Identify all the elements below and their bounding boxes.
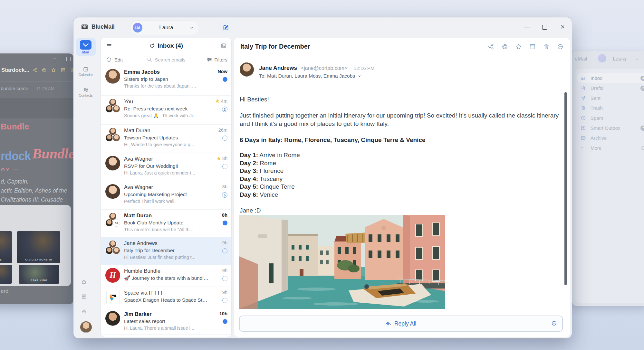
email-meta: 9h xyxy=(209,268,227,287)
email-subject: Latest sales report xyxy=(124,318,209,324)
email-text: Ava WagnerUpcoming Marketing ProjectPerf… xyxy=(124,184,209,209)
folder-item-drafts[interactable]: Drafts2 xyxy=(577,83,644,93)
email-preview: Hi Laura, There’s a small issue i... xyxy=(124,326,209,331)
edit-button[interactable]: Edit xyxy=(106,57,123,62)
unread-dot[interactable] xyxy=(223,77,227,82)
game-thumbnail: STAR KING xyxy=(19,265,59,284)
email-time: 9h xyxy=(209,240,227,245)
sidebar-item-contacts[interactable]: Contacts xyxy=(76,87,96,97)
minimize-icon[interactable]: – xyxy=(53,54,56,61)
maximize-button[interactable] xyxy=(542,25,547,30)
folder-item-spam[interactable]: Spam xyxy=(577,113,644,123)
email-list-item[interactable]: Ava WagnerUpcoming Marketing ProjectPerf… xyxy=(101,181,231,210)
user-avatar[interactable] xyxy=(80,321,92,333)
folder-label: Inbox xyxy=(591,75,602,81)
email-list-item[interactable]: Emma JacobsSisters trip to JapanThanks f… xyxy=(101,66,231,96)
filters-button[interactable]: Filters xyxy=(207,57,227,62)
email-sender: Emma Jacobs xyxy=(124,69,209,75)
archive-icon[interactable] xyxy=(60,68,65,73)
game-thumbnail: ROL xyxy=(0,231,12,263)
avatar xyxy=(105,184,120,209)
share-icon[interactable] xyxy=(32,68,37,73)
thumbs-up-icon[interactable] xyxy=(81,279,87,285)
star-icon[interactable] xyxy=(515,43,522,50)
thread-count-badge[interactable]: 5 xyxy=(222,192,227,198)
email-list-item[interactable]: Matt DuranTowson Project UpdatesHi, Want… xyxy=(101,125,231,153)
email-text: Matt DuranBook Club Monthly UpdateThis m… xyxy=(124,213,209,237)
avatar xyxy=(105,99,120,124)
reader-action-icons[interactable] xyxy=(488,43,563,50)
recipients-line[interactable]: To: Matt Duran, Laura Moss, Emma Jacobs xyxy=(259,73,361,79)
trash-icon[interactable] xyxy=(543,43,550,50)
email-list-item[interactable]: HHumble Bundle🚀 Journey to the stars wit… xyxy=(101,265,231,287)
archive-env-icon xyxy=(581,135,586,141)
folder-item-archive[interactable]: Archive xyxy=(577,133,644,143)
thread-count-badge[interactable]: 2 xyxy=(222,107,227,112)
unread-dot[interactable] xyxy=(223,221,227,225)
chevron-down-icon xyxy=(190,26,194,30)
chevron-down-icon xyxy=(635,57,639,61)
email-preview: Hi Besties! Just finished putting t... xyxy=(124,255,209,260)
background-window-stardock[interactable]: – Stardock... bundle.com> 11:26 AM Bundl… xyxy=(0,53,73,304)
list-header: Inbox (4) xyxy=(101,38,231,53)
star-icon[interactable] xyxy=(216,156,221,161)
email-text: Jane AndrewsItaly Trip for DecemberHi Be… xyxy=(124,240,209,265)
archive-icon[interactable] xyxy=(529,43,536,50)
read-circle-icon[interactable] xyxy=(222,276,227,281)
menu-icon[interactable] xyxy=(106,43,112,49)
email-preview: Thanks for the tips about Japan. ... xyxy=(124,83,209,89)
folder-item-trash[interactable]: Trash xyxy=(577,103,644,113)
body-signature: Jane :D xyxy=(240,207,562,214)
app-title: BlueMail xyxy=(91,24,115,30)
share-icon[interactable] xyxy=(488,43,494,50)
email-list-item[interactable]: YouRe: Press release next weekSounds gre… xyxy=(101,96,231,125)
email-text: Ava WagnerRSVP for Our Wedding!!Hi Laura… xyxy=(124,156,209,181)
email-subject: RSVP for Our Wedding!! xyxy=(124,163,209,169)
mark-circle-icon[interactable] xyxy=(502,43,508,50)
add-folder-icon[interactable] xyxy=(640,146,644,150)
reply-more-icon[interactable] xyxy=(551,320,557,326)
read-circle-icon[interactable] xyxy=(222,298,227,303)
compose-button[interactable] xyxy=(219,21,233,34)
read-circle-icon[interactable] xyxy=(222,136,227,141)
chev-down-icon xyxy=(581,146,586,151)
email-list-item[interactable]: +3Matt DuranBook Club Monthly UpdateThis… xyxy=(101,210,231,237)
email-list-item[interactable]: Ava WagnerRSVP for Our Wedding!!Hi Laura… xyxy=(101,153,231,181)
left-window-action-icons[interactable] xyxy=(32,68,75,73)
layout-view-icon[interactable] xyxy=(221,43,226,49)
email-list-item[interactable]: Jim BarkerLatest sales reportHi Laura, T… xyxy=(101,308,231,335)
scrollbar-thumb[interactable] xyxy=(564,92,567,285)
star-icon[interactable] xyxy=(215,99,220,103)
folder-item-smart-outbox[interactable]: Smart Outbox7 xyxy=(577,123,644,133)
background-window-bluemail[interactable]: eMail Laura Inbox4Drafts2SentTrashSpamSm… xyxy=(572,51,644,306)
right-window-title: eMail xyxy=(575,56,587,62)
sidebar-item-mail[interactable]: Mail xyxy=(76,38,96,56)
email-list-item[interactable]: Space via IFTTTSpaceX Dragon Heads to Sp… xyxy=(101,287,231,308)
refresh-icon[interactable] xyxy=(149,43,155,49)
avatar xyxy=(105,290,120,308)
read-circle-icon[interactable] xyxy=(222,164,227,169)
more-icon[interactable] xyxy=(557,43,563,50)
mark-circle-icon[interactable] xyxy=(42,68,47,73)
notes-icon[interactable] xyxy=(81,294,87,299)
sender-email: <jane@cortab.com> xyxy=(301,65,347,71)
email-meta: 8h xyxy=(209,213,227,237)
star-icon[interactable] xyxy=(51,68,56,73)
left-window-footer-button[interactable]: ard xyxy=(1,288,9,295)
sidebar-item-calendar[interactable]: 19 Calendar xyxy=(76,66,96,77)
trash-icon xyxy=(581,105,586,111)
folder-item-sent[interactable]: Sent xyxy=(577,93,644,103)
folder-item-more[interactable]: More xyxy=(577,143,644,153)
reply-all-button[interactable]: Reply All xyxy=(239,316,563,332)
read-circle-icon[interactable] xyxy=(222,248,227,253)
minimize-button[interactable] xyxy=(524,27,530,27)
account-switcher[interactable]: LM Laura xyxy=(130,20,199,35)
maximize-icon[interactable] xyxy=(66,57,71,61)
gear-icon[interactable] xyxy=(81,308,87,314)
close-button[interactable] xyxy=(560,24,565,30)
body-greeting: Hi Besties! xyxy=(240,96,562,103)
itinerary-day-line: Day 6: Venice xyxy=(240,191,562,199)
folder-item-inbox[interactable]: Inbox4 xyxy=(577,73,644,83)
unread-dot[interactable] xyxy=(223,319,227,324)
email-list-item[interactable]: Jane AndrewsItaly Trip for DecemberHi Be… xyxy=(101,237,231,265)
